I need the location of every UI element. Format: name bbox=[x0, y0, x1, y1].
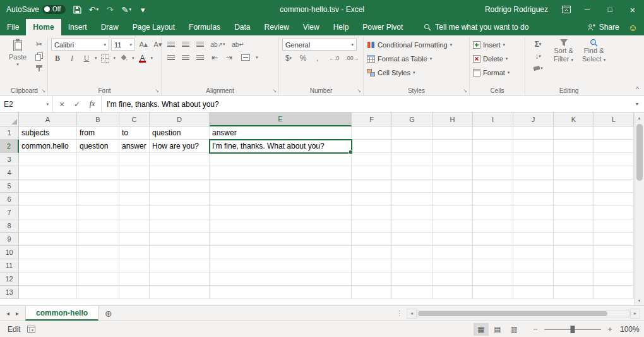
cell-G2[interactable] bbox=[392, 140, 432, 153]
cell-K2[interactable] bbox=[554, 140, 594, 153]
cell-E13[interactable] bbox=[210, 286, 352, 299]
cell-J12[interactable] bbox=[513, 273, 554, 286]
cell-E10[interactable] bbox=[210, 246, 352, 259]
cell-C3[interactable] bbox=[119, 153, 150, 166]
cell-F12[interactable] bbox=[352, 273, 392, 286]
cell-J8[interactable] bbox=[513, 219, 554, 233]
cell-J6[interactable] bbox=[513, 193, 554, 206]
cell-C4[interactable] bbox=[119, 166, 150, 180]
column-header-A[interactable]: A bbox=[19, 113, 77, 126]
cell-G4[interactable] bbox=[392, 166, 432, 180]
cell-I13[interactable] bbox=[473, 286, 513, 299]
grow-font-button[interactable]: A▴ bbox=[137, 39, 150, 51]
cell-G3[interactable] bbox=[392, 153, 432, 166]
cell-F3[interactable] bbox=[352, 153, 392, 166]
vertical-scrollbar[interactable]: ▴ ▾ bbox=[634, 113, 644, 305]
cell-K1[interactable] bbox=[554, 126, 594, 140]
cut-icon[interactable]: ✂ bbox=[33, 39, 45, 50]
cell-A5[interactable] bbox=[19, 180, 77, 193]
cell-K7[interactable] bbox=[554, 206, 594, 219]
increase-indent-button[interactable]: ⇥ bbox=[223, 52, 236, 63]
cell-I5[interactable] bbox=[473, 180, 513, 193]
row-header-3[interactable]: 3 bbox=[0, 153, 19, 166]
sheet-tab-common-hello[interactable]: common-hello bbox=[25, 306, 98, 321]
cell-D12[interactable] bbox=[150, 273, 210, 286]
font-color-icon[interactable]: A bbox=[136, 52, 149, 64]
cell-D11[interactable] bbox=[150, 259, 210, 273]
number-format-combo[interactable]: General▾ bbox=[282, 39, 357, 51]
row-header-1[interactable]: 1 bbox=[0, 126, 19, 140]
cell-A6[interactable] bbox=[19, 193, 77, 206]
cell-F8[interactable] bbox=[352, 219, 392, 233]
cell-B6[interactable] bbox=[77, 193, 119, 206]
font-size-combo[interactable]: 11▾ bbox=[111, 39, 135, 51]
cell-H11[interactable] bbox=[432, 259, 473, 273]
align-right-button[interactable] bbox=[194, 52, 206, 63]
column-header-C[interactable]: C bbox=[119, 113, 150, 126]
cell-I7[interactable] bbox=[473, 206, 513, 219]
formula-input[interactable]: I'm fine, thanks. What about you? bbox=[102, 96, 630, 112]
cell-C9[interactable] bbox=[119, 233, 150, 246]
percent-format-button[interactable]: % bbox=[297, 52, 309, 64]
cell-D1[interactable]: question bbox=[150, 126, 210, 140]
scroll-down-icon[interactable]: ▾ bbox=[635, 295, 644, 305]
cell-L10[interactable] bbox=[594, 246, 634, 259]
cell-G10[interactable] bbox=[392, 246, 432, 259]
save-icon[interactable] bbox=[72, 3, 82, 16]
insert-cells-button[interactable]: Insert▾ bbox=[473, 39, 510, 51]
cell-E3[interactable] bbox=[210, 153, 352, 166]
zoom-level[interactable]: 100% bbox=[620, 325, 644, 334]
cell-F10[interactable] bbox=[352, 246, 392, 259]
cell-H3[interactable] bbox=[432, 153, 473, 166]
cell-K8[interactable] bbox=[554, 219, 594, 233]
cell-I11[interactable] bbox=[473, 259, 513, 273]
cell-E5[interactable] bbox=[210, 180, 352, 193]
cell-H5[interactable] bbox=[432, 180, 473, 193]
cell-B13[interactable] bbox=[77, 286, 119, 299]
zoom-slider[interactable] bbox=[544, 329, 601, 330]
cell-C5[interactable] bbox=[119, 180, 150, 193]
cell-A11[interactable] bbox=[19, 259, 77, 273]
tab-power-pivot[interactable]: Power Pivot bbox=[355, 19, 410, 35]
cell-G5[interactable] bbox=[392, 180, 432, 193]
row-header-13[interactable]: 13 bbox=[0, 286, 19, 299]
cell-E11[interactable] bbox=[210, 259, 352, 273]
cell-C2[interactable]: answer bbox=[119, 140, 150, 153]
cell-G11[interactable] bbox=[392, 259, 432, 273]
cell-J7[interactable] bbox=[513, 206, 554, 219]
cell-A12[interactable] bbox=[19, 273, 77, 286]
cell-I8[interactable] bbox=[473, 219, 513, 233]
autosave-toggle[interactable]: AutoSave Off bbox=[6, 5, 66, 14]
cell-H4[interactable] bbox=[432, 166, 473, 180]
align-bottom-button[interactable] bbox=[194, 39, 206, 50]
autosum-button[interactable]: Σ▾ bbox=[528, 39, 547, 50]
cell-A8[interactable] bbox=[19, 219, 77, 233]
cell-D3[interactable] bbox=[150, 153, 210, 166]
currency-format-button[interactable]: $▾ bbox=[282, 52, 295, 64]
cell-L2[interactable] bbox=[594, 140, 634, 153]
cell-J4[interactable] bbox=[513, 166, 554, 180]
cell-B3[interactable] bbox=[77, 153, 119, 166]
row-header-5[interactable]: 5 bbox=[0, 180, 19, 193]
format-as-table-button[interactable]: Format as Table▾ bbox=[367, 52, 452, 65]
cell-D9[interactable] bbox=[150, 233, 210, 246]
maximize-button[interactable]: □ bbox=[599, 0, 621, 19]
cell-F5[interactable] bbox=[352, 180, 392, 193]
cell-K9[interactable] bbox=[554, 233, 594, 246]
cell-L3[interactable] bbox=[594, 153, 634, 166]
cell-E12[interactable] bbox=[210, 273, 352, 286]
tab-draw[interactable]: Draw bbox=[94, 19, 126, 35]
cell-A1[interactable]: subjects bbox=[19, 126, 77, 140]
decrease-decimal-button[interactable]: .00→ bbox=[344, 52, 361, 64]
align-left-button[interactable] bbox=[165, 52, 177, 63]
cell-I9[interactable] bbox=[473, 233, 513, 246]
column-header-F[interactable]: F bbox=[352, 113, 392, 126]
cell-A7[interactable] bbox=[19, 206, 77, 219]
ribbon-display-options-icon[interactable] bbox=[557, 0, 576, 19]
user-name[interactable]: Rodrigo Rodriguez bbox=[476, 5, 557, 14]
cell-L5[interactable] bbox=[594, 180, 634, 193]
cell-G1[interactable] bbox=[392, 126, 432, 140]
cell-G9[interactable] bbox=[392, 233, 432, 246]
cell-I6[interactable] bbox=[473, 193, 513, 206]
cell-C13[interactable] bbox=[119, 286, 150, 299]
